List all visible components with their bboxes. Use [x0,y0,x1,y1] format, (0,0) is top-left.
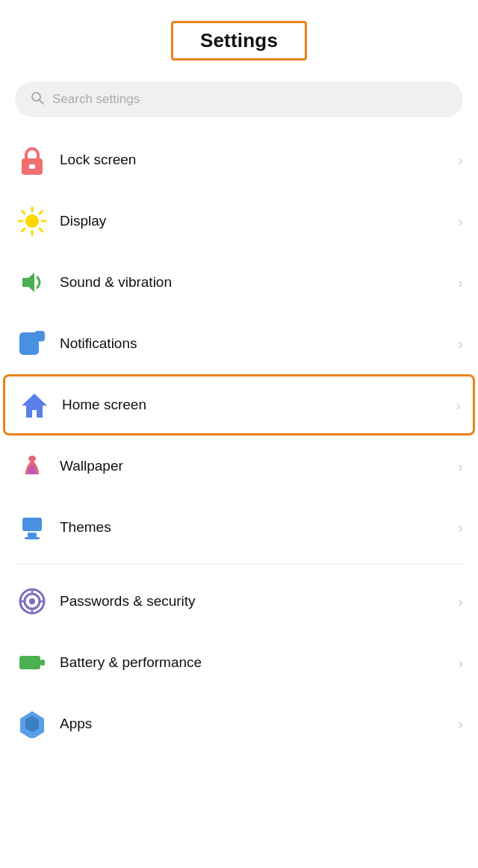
home-screen-chevron: › [456,397,461,414]
header: Settings [0,0,478,75]
svg-line-12 [22,229,25,232]
search-icon [30,90,45,108]
display-icon-wrapper [15,204,49,238]
svg-rect-15 [34,331,45,341]
display-label: Display [60,213,458,229]
svg-point-4 [25,214,39,228]
svg-point-24 [29,598,35,604]
display-chevron: › [458,213,463,230]
svg-rect-3 [29,164,35,169]
svg-rect-21 [25,537,40,539]
lock-screen-icon-wrapper [15,143,49,177]
sidebar-item-apps[interactable]: Apps › [0,693,478,754]
wallpaper-icon [18,452,46,480]
apps-icon-wrapper [15,707,49,741]
themes-icon-wrapper [15,510,49,545]
svg-marker-16 [22,394,47,418]
svg-line-10 [40,229,43,232]
security-icon [18,587,46,616]
themes-chevron: › [458,519,463,536]
notifications-icon [18,329,46,358]
wallpaper-icon-wrapper [15,449,49,483]
sidebar-item-notifications[interactable]: Notifications › [0,313,478,374]
svg-line-1 [40,100,44,105]
display-icon [17,206,47,236]
battery-icon-wrapper [15,645,49,680]
section-divider [15,564,463,565]
home-icon-wrapper [17,388,52,422]
apps-chevron: › [458,716,463,733]
sound-icon-wrapper [15,265,49,300]
passwords-security-chevron: › [458,593,463,610]
sound-vibration-label: Sound & vibration [60,274,458,291]
svg-rect-30 [40,660,45,666]
sound-chevron: › [458,274,463,291]
lock-screen-chevron: › [458,152,463,169]
apps-icon [18,710,46,738]
svg-point-18 [28,456,36,462]
apps-label: Apps [60,716,458,732]
sidebar-item-display[interactable]: Display › [0,190,478,252]
svg-line-9 [22,211,25,214]
sidebar-item-lock-screen[interactable]: Lock screen › [0,129,478,190]
lock-icon [19,145,46,175]
header-title-box: Settings [171,21,307,61]
svg-line-11 [40,211,43,214]
notifications-chevron: › [458,335,463,353]
sidebar-item-sound-vibration[interactable]: Sound & vibration › [0,252,478,313]
home-icon [20,391,49,419]
sidebar-item-home-screen[interactable]: Home screen › [3,374,475,435]
sidebar-item-battery-performance[interactable]: Battery & performance › [0,632,478,693]
lock-screen-label: Lock screen [60,152,458,168]
settings-list-group1: Lock screen › Display › [0,129,478,558]
wallpaper-chevron: › [458,458,463,475]
themes-label: Themes [60,519,458,536]
wallpaper-label: Wallpaper [60,458,458,474]
sidebar-item-passwords-security[interactable]: Passwords & security › [0,571,478,632]
passwords-security-label: Passwords & security [60,593,458,610]
themes-icon [18,513,46,542]
search-placeholder-text: Search settings [52,92,140,107]
svg-rect-19 [22,518,42,531]
security-icon-wrapper [15,584,49,619]
notifications-label: Notifications [60,335,458,352]
page-title: Settings [200,29,278,52]
home-screen-label: Home screen [62,397,456,413]
sound-icon [18,268,46,297]
settings-list-group2: Passwords & security › Battery & perform… [0,571,478,754]
battery-icon [18,648,46,677]
svg-marker-13 [22,273,34,292]
battery-performance-chevron: › [458,654,463,672]
sidebar-item-wallpaper[interactable]: Wallpaper › [0,435,478,497]
svg-rect-20 [28,533,37,537]
svg-rect-31 [21,657,37,668]
notifications-icon-wrapper [15,326,49,361]
sidebar-item-themes[interactable]: Themes › [0,497,478,558]
search-bar[interactable]: Search settings [15,81,463,117]
battery-performance-label: Battery & performance [60,654,458,671]
svg-rect-17 [31,394,38,395]
search-bar-container: Search settings [0,75,478,129]
